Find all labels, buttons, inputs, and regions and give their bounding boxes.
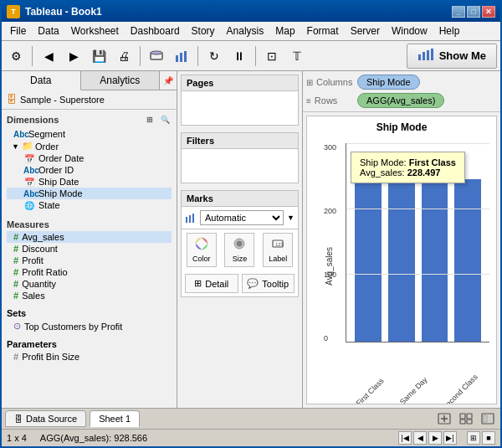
field-state[interactable]: 🌐 State [7,199,172,211]
toolbar-pause-btn[interactable]: ⏸ [228,45,250,67]
close-button[interactable]: ✕ [482,6,495,18]
tab-analytics[interactable]: Analytics [81,71,161,90]
bottom-icons [435,410,497,427]
param-profit-bin[interactable]: # Profit Bin Size [7,351,172,363]
toolbar-forward-btn[interactable]: ▶ [63,45,85,67]
menu-format[interactable]: Format [302,23,344,39]
toolbar-chart-btn[interactable] [171,45,192,67]
toolbar-print-btn[interactable]: 🖨 [113,45,135,67]
field-type-icon: # [13,232,18,242]
new-story-btn[interactable] [479,410,497,427]
marks-detail-btn[interactable]: ⊞ Detail [185,274,238,293]
gridline-100 [346,274,489,275]
bar-standard-class[interactable] [454,179,481,342]
field-name: Profit [22,255,44,265]
svg-rect-7 [427,50,429,60]
label-label: Label [269,255,287,263]
svg-rect-22 [467,414,472,419]
bar-first-class[interactable] [355,169,382,342]
menu-analysis[interactable]: Analysis [222,23,269,39]
measure-sales[interactable]: # Sales [7,290,172,301]
tree-order[interactable]: ▼ 📁 Order [7,140,172,152]
menu-help[interactable]: Help [434,23,465,39]
bar-same-day[interactable] [388,169,415,342]
field-order-id[interactable]: Abc Order ID [7,164,172,176]
sets-header: Sets [7,308,172,318]
marks-dropdown-arrow: ▼ [287,214,295,222]
toolbar-back-btn[interactable]: ◀ [38,45,59,67]
field-type-icon: Abc [13,130,25,139]
tab-sheet1[interactable]: Sheet 1 [90,410,140,427]
tooltip-avg-sales-label: Avg_sales: [360,167,405,178]
nav-next-btn[interactable]: ▶ [428,431,442,445]
color-wheel-icon [195,237,208,253]
measure-avg-sales[interactable]: # Avg_sales [7,231,172,243]
menu-data[interactable]: Data [33,23,64,39]
measure-discount[interactable]: # Discount [7,243,172,255]
field-name: Order Date [38,153,84,163]
title-bar-buttons: _ □ ✕ [452,6,495,18]
nav-grid-btn[interactable]: ⊞ [467,431,480,445]
tab-data-source[interactable]: 🗄 Data Source [5,410,86,427]
datasource-icon: 🗄 [7,94,17,106]
menu-file[interactable]: File [5,23,31,39]
maximize-button[interactable]: □ [467,6,480,18]
field-type-icon: # [13,352,18,362]
nav-prev-btn[interactable]: ◀ [413,431,427,445]
marks-tooltip-btn[interactable]: 💬 Tooltip [242,274,295,293]
set-top-customers[interactable]: ⊙ Top Customers by Profit [7,320,172,332]
tooltip: Ship Mode: First Class Avg_sales: 228.49… [351,152,465,183]
nav-last-btn[interactable]: ▶| [443,431,457,445]
measure-profit[interactable]: # Profit [7,255,172,266]
field-order-date[interactable]: 📅 Order Date [7,152,172,164]
rows-pill[interactable]: AGG(Avg_sales) [357,93,444,108]
field-ship-date[interactable]: 📅 Ship Date [7,176,172,188]
menu-story[interactable]: Story [187,23,220,39]
nav-square-btn[interactable]: ■ [482,431,495,445]
sidebar-pin[interactable]: 📌 [160,71,177,90]
field-segment[interactable]: Abc Segment [7,128,172,140]
marks-type-select[interactable]: Automatic [200,210,284,225]
dimensions-search-btn[interactable]: 🔍 [158,113,172,126]
toolbar-label-btn[interactable]: 𝕋 [286,45,308,67]
field-ship-mode[interactable]: Abc Ship Mode [7,188,172,199]
svg-rect-5 [418,54,421,60]
pages-title: Pages [182,75,298,91]
marks-color-btn[interactable]: Color [187,233,217,267]
show-me-button[interactable]: Show Me [407,44,497,69]
measures-label: Measures [7,219,49,229]
gridline-200 [346,209,489,209]
menu-worksheet[interactable]: Worksheet [66,23,124,39]
toolbar-new-btn[interactable]: ⚙ [5,45,27,67]
toolbar-refresh-btn[interactable]: ↻ [203,45,225,67]
rows-shelf: ≡ Rows AGG(Avg_sales) [306,91,497,110]
menu-dashboard[interactable]: Dashboard [126,23,185,39]
minimize-button[interactable]: _ [452,6,465,18]
bar-second-class[interactable] [422,179,448,342]
data-source-name[interactable]: Sample - Superstore [20,95,105,105]
menu-window[interactable]: Window [387,23,433,39]
menu-server[interactable]: Server [346,23,385,39]
nav-first-btn[interactable]: |◀ [398,431,412,445]
marks-size-btn[interactable]: Size [224,233,254,267]
marks-section: Marks Automatic ▼ Color [181,190,299,297]
menu-map[interactable]: Map [270,23,300,39]
field-name: Discount [22,244,58,254]
field-name: Quantity [22,279,56,289]
tab-data[interactable]: Data [2,71,81,90]
measure-profit-ratio[interactable]: # Profit Ratio [7,266,172,278]
new-sheet-btn[interactable] [435,410,453,427]
measure-quantity[interactable]: # Quantity [7,278,172,290]
field-name: Ship Date [38,177,79,187]
dimensions-icons: ⊞ 🔍 [143,113,172,126]
toolbar-fit-btn[interactable]: ⊡ [261,45,283,67]
new-dashboard-btn[interactable] [457,410,475,427]
toolbar-datasource-btn[interactable] [146,45,167,67]
marks-label-btn[interactable]: 123 Label [263,233,293,267]
columns-pill[interactable]: Ship Mode [357,75,420,90]
columns-label: ⊞ Columns [306,77,352,87]
chart-shelves: ⊞ Columns Ship Mode ≡ Rows AGG(Avg_sales… [303,71,500,112]
dimensions-grid-btn[interactable]: ⊞ [143,113,156,126]
toolbar-save-btn[interactable]: 💾 [88,45,110,67]
sidebar-scrollable[interactable]: Dimensions ⊞ 🔍 Abc Segment ▼ [2,110,177,408]
